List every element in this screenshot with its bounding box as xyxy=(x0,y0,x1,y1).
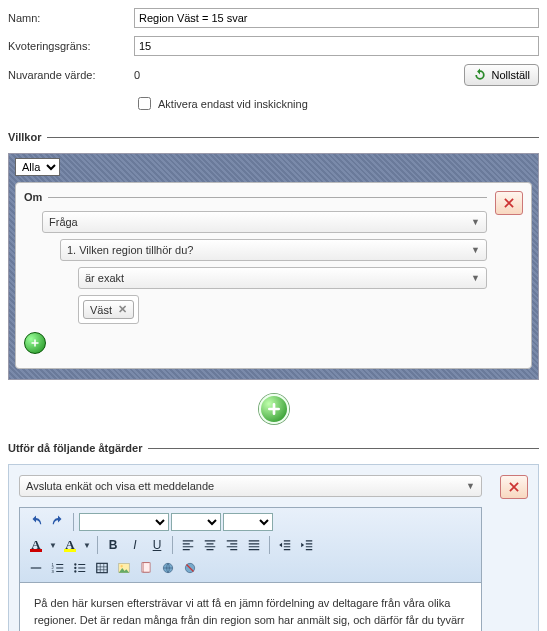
activate-label: Aktivera endast vid inskickning xyxy=(158,98,308,110)
underline-button[interactable]: U xyxy=(147,535,167,555)
name-label: Namn: xyxy=(8,12,134,24)
toolbar-separator xyxy=(73,513,74,531)
remove-tag-icon[interactable]: ✕ xyxy=(118,303,127,316)
quota-input[interactable] xyxy=(134,36,539,56)
highlight-button[interactable]: A xyxy=(60,535,80,555)
chevron-down-icon: ▼ xyxy=(471,217,480,227)
refresh-icon xyxy=(473,68,487,82)
indent-icon xyxy=(300,538,314,552)
highlight-menu[interactable]: ▼ xyxy=(82,535,92,555)
plus-icon xyxy=(266,401,282,417)
align-right-button[interactable] xyxy=(222,535,242,555)
plus-icon xyxy=(29,337,41,349)
svg-point-5 xyxy=(74,570,76,572)
align-left-icon xyxy=(181,538,195,552)
current-value: 0 xyxy=(134,69,464,81)
redo-button[interactable] xyxy=(48,512,68,532)
svg-point-3 xyxy=(74,563,76,565)
chevron-down-icon: ▼ xyxy=(466,481,475,491)
reset-button-label: Nollställ xyxy=(491,69,530,81)
undo-button[interactable] xyxy=(26,512,46,532)
current-label: Nuvarande värde: xyxy=(8,69,134,81)
condition-mode-select[interactable]: Alla xyxy=(15,158,60,176)
rich-text-editor: A ▼ A ▼ B I U xyxy=(19,507,482,631)
outdent-icon xyxy=(278,538,292,552)
attachment-button[interactable] xyxy=(136,558,156,578)
action-type-value: Avsluta enkät och visa ett meddelande xyxy=(26,480,214,492)
hr-button[interactable] xyxy=(26,558,46,578)
indent-button[interactable] xyxy=(297,535,317,555)
editor-content[interactable]: På den här kursen eftersträvar vi att få… xyxy=(20,583,481,631)
conditions-legend: Villkor xyxy=(8,131,47,143)
svg-point-4 xyxy=(74,567,76,569)
editor-toolbar: A ▼ A ▼ B I U xyxy=(20,508,481,583)
close-icon xyxy=(502,196,516,210)
align-center-button[interactable] xyxy=(200,535,220,555)
condition-question-value: 1. Vilken region tillhör du? xyxy=(67,244,193,256)
align-left-button[interactable] xyxy=(178,535,198,555)
conditions-panel: Alla Om Fråga ▼ 1. Vilken region tillhör… xyxy=(8,153,539,380)
chevron-down-icon: ▼ xyxy=(471,273,480,283)
hr-icon xyxy=(29,561,43,575)
undo-icon xyxy=(29,515,43,529)
reset-button[interactable]: Nollställ xyxy=(464,64,539,86)
link-icon xyxy=(161,561,175,575)
condition-value-tag: Väst ✕ xyxy=(83,300,134,319)
italic-button[interactable]: I xyxy=(125,535,145,555)
quota-label: Kvoteringsgräns: xyxy=(8,40,134,52)
redo-icon xyxy=(51,515,65,529)
ul-button[interactable] xyxy=(70,558,90,578)
font-size-select[interactable] xyxy=(171,513,221,531)
condition-value-text: Väst xyxy=(90,304,112,316)
attachment-icon xyxy=(139,561,153,575)
actions-legend: Utför då följande åtgärder xyxy=(8,442,148,454)
image-button[interactable] xyxy=(114,558,134,578)
font-color-button[interactable]: A xyxy=(26,535,46,555)
activate-checkbox[interactable] xyxy=(138,97,151,110)
unlink-button[interactable] xyxy=(180,558,200,578)
chevron-down-icon: ▼ xyxy=(471,245,480,255)
link-button[interactable] xyxy=(158,558,178,578)
font-family-select[interactable] xyxy=(79,513,169,531)
condition-operator-value: är exakt xyxy=(85,272,124,284)
toolbar-separator xyxy=(269,536,270,554)
ul-icon xyxy=(73,561,87,575)
condition-type-select[interactable]: Fråga ▼ xyxy=(42,211,487,233)
table-button[interactable] xyxy=(92,558,112,578)
align-center-icon xyxy=(203,538,217,552)
chevron-down-icon: ▼ xyxy=(83,541,91,550)
condition-question-select[interactable]: 1. Vilken region tillhör du? ▼ xyxy=(60,239,487,261)
condition-type-value: Fråga xyxy=(49,216,78,228)
image-icon xyxy=(117,561,131,575)
svg-rect-6 xyxy=(97,563,108,572)
chevron-down-icon: ▼ xyxy=(49,541,57,550)
align-justify-button[interactable] xyxy=(244,535,264,555)
outdent-button[interactable] xyxy=(275,535,295,555)
condition-operator-select[interactable]: är exakt ▼ xyxy=(78,267,487,289)
condition-value-holder: Väst ✕ xyxy=(78,295,139,324)
ol-button[interactable]: 123 xyxy=(48,558,68,578)
delete-condition-button[interactable] xyxy=(495,191,523,215)
svg-rect-10 xyxy=(143,563,150,572)
delete-action-button[interactable] xyxy=(500,475,528,499)
add-group-button[interactable] xyxy=(259,394,289,424)
add-condition-button[interactable] xyxy=(24,332,46,354)
unlink-icon xyxy=(183,561,197,575)
ol-icon: 123 xyxy=(51,561,65,575)
action-type-select[interactable]: Avsluta enkät och visa ett meddelande ▼ xyxy=(19,475,482,497)
condition-group: Om Fråga ▼ 1. Vilken region tillhör du? … xyxy=(15,182,532,369)
condition-group-label: Om xyxy=(24,191,48,203)
format-select[interactable] xyxy=(223,513,273,531)
toolbar-separator xyxy=(172,536,173,554)
bold-button[interactable]: B xyxy=(103,535,123,555)
table-icon xyxy=(95,561,109,575)
align-right-icon xyxy=(225,538,239,552)
name-input[interactable] xyxy=(134,8,539,28)
font-color-menu[interactable]: ▼ xyxy=(48,535,58,555)
align-justify-icon xyxy=(247,538,261,552)
toolbar-separator xyxy=(97,536,98,554)
actions-panel: Avsluta enkät och visa ett meddelande ▼ xyxy=(8,464,539,631)
close-icon xyxy=(507,480,521,494)
svg-text:3: 3 xyxy=(52,569,55,574)
svg-point-8 xyxy=(121,565,123,567)
